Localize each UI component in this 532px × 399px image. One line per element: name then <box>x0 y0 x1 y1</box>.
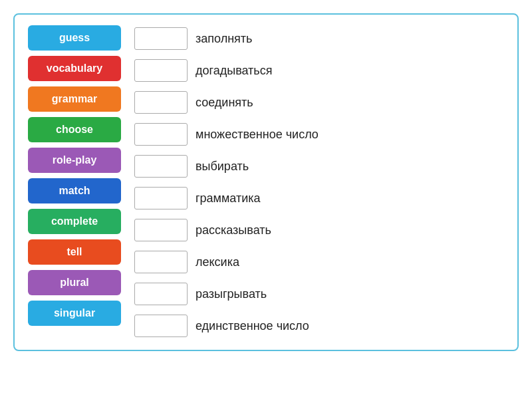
answer-input-9[interactable] <box>134 315 188 337</box>
word-btn-complete[interactable]: complete <box>28 209 121 234</box>
match-row: лексика <box>134 249 504 275</box>
translation-label: разыгрывать <box>196 287 267 301</box>
right-column: заполнятьдогадыватьсясоединятьмножествен… <box>134 25 504 339</box>
translation-label: рассказывать <box>196 223 271 237</box>
match-row: разыгрывать <box>134 281 504 307</box>
word-btn-match[interactable]: match <box>28 178 121 203</box>
translation-label: заполнять <box>196 32 252 46</box>
match-row: грамматика <box>134 185 504 211</box>
main-container: guessvocabularygrammarchooserole-playmat… <box>13 13 519 351</box>
match-row: заполнять <box>134 25 504 52</box>
translation-label: догадываться <box>196 64 272 78</box>
word-btn-vocabulary[interactable]: vocabulary <box>28 56 121 81</box>
answer-input-7[interactable] <box>134 251 188 273</box>
answer-input-3[interactable] <box>134 123 188 146</box>
answer-input-1[interactable] <box>134 59 188 82</box>
word-btn-plural[interactable]: plural <box>28 270 121 295</box>
answer-input-5[interactable] <box>134 187 188 209</box>
answer-input-4[interactable] <box>134 155 188 178</box>
match-row: догадываться <box>134 57 504 84</box>
answer-input-0[interactable] <box>134 27 188 50</box>
answer-input-6[interactable] <box>134 219 188 241</box>
translation-label: лексика <box>196 255 239 269</box>
word-btn-guess[interactable]: guess <box>28 25 121 51</box>
translation-label: выбирать <box>196 160 249 174</box>
word-btn-tell[interactable]: tell <box>28 239 121 265</box>
left-column: guessvocabularygrammarchooserole-playmat… <box>28 25 134 339</box>
match-row: рассказывать <box>134 217 504 243</box>
word-btn-singular[interactable]: singular <box>28 301 121 326</box>
match-row: единственное число <box>134 313 504 339</box>
translation-label: множественное число <box>196 128 319 142</box>
match-row: множественное число <box>134 121 504 148</box>
word-btn-grammar[interactable]: grammar <box>28 86 121 112</box>
word-btn-choose[interactable]: choose <box>28 117 121 142</box>
match-row: выбирать <box>134 153 504 180</box>
word-btn-role-play[interactable]: role-play <box>28 148 121 173</box>
answer-input-2[interactable] <box>134 91 188 114</box>
translation-label: единственное число <box>196 319 309 333</box>
answer-input-8[interactable] <box>134 283 188 305</box>
translation-label: соединять <box>196 96 253 110</box>
match-row: соединять <box>134 89 504 116</box>
translation-label: грамматика <box>196 192 261 205</box>
